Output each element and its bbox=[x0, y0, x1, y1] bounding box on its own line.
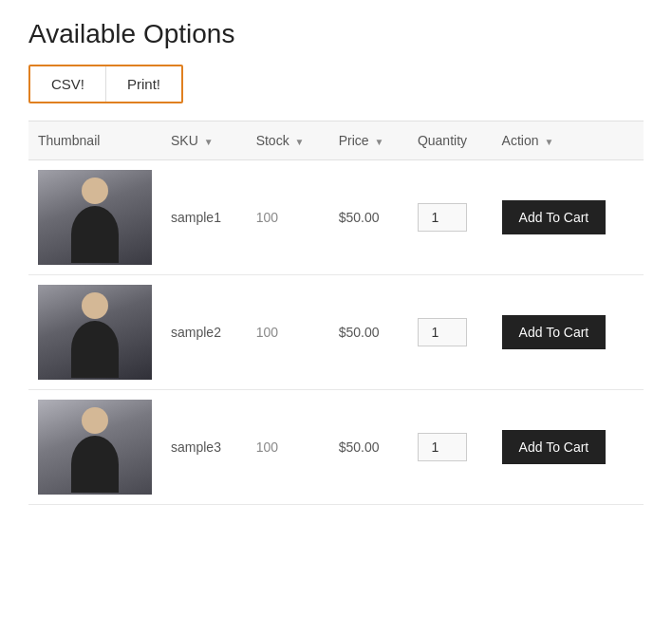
add-to-cart-button[interactable]: Add To Cart bbox=[502, 200, 607, 234]
product-thumbnail bbox=[38, 285, 152, 380]
price-cell: $50.00 bbox=[329, 275, 408, 390]
price-cell: $50.00 bbox=[329, 390, 408, 505]
add-to-cart-button[interactable]: Add To Cart bbox=[502, 430, 607, 464]
col-action[interactable]: Action ▼ bbox=[493, 122, 644, 160]
stock-cell: 100 bbox=[247, 160, 329, 275]
action-cell: Add To Cart bbox=[493, 275, 644, 390]
page-title: Available Options bbox=[28, 19, 644, 49]
col-quantity: Quantity bbox=[408, 122, 493, 160]
quantity-cell[interactable] bbox=[408, 390, 493, 505]
table-row: sample3100$50.00Add To Cart bbox=[28, 390, 644, 505]
quantity-cell[interactable] bbox=[408, 275, 493, 390]
thumbnail-cell bbox=[28, 275, 161, 390]
thumbnail-cell bbox=[28, 390, 161, 505]
product-thumbnail bbox=[38, 400, 152, 495]
table-row: sample2100$50.00Add To Cart bbox=[28, 275, 644, 390]
thumbnail-cell bbox=[28, 160, 161, 275]
col-stock[interactable]: Stock ▼ bbox=[247, 122, 329, 160]
product-thumbnail bbox=[38, 170, 152, 265]
quantity-input[interactable] bbox=[418, 203, 467, 232]
sku-sort-icon: ▼ bbox=[204, 137, 214, 147]
quantity-input[interactable] bbox=[418, 318, 467, 346]
csv-button[interactable]: CSV! bbox=[30, 66, 106, 102]
col-sku[interactable]: SKU ▼ bbox=[161, 122, 247, 160]
action-cell: Add To Cart bbox=[493, 160, 644, 275]
print-button[interactable]: Print! bbox=[106, 66, 181, 102]
stock-cell: 100 bbox=[247, 275, 329, 390]
sku-cell: sample3 bbox=[161, 390, 247, 505]
table-row: sample1100$50.00Add To Cart bbox=[28, 160, 644, 275]
sku-cell: sample2 bbox=[161, 275, 247, 390]
action-cell: Add To Cart bbox=[493, 390, 644, 505]
stock-sort-icon: ▼ bbox=[295, 137, 305, 147]
quantity-cell[interactable] bbox=[408, 160, 493, 275]
col-price[interactable]: Price ▼ bbox=[329, 122, 408, 160]
table-header-row: Thumbnail SKU ▼ Stock ▼ Price ▼ Quantity… bbox=[28, 122, 644, 160]
col-thumbnail: Thumbnail bbox=[28, 122, 161, 160]
price-cell: $50.00 bbox=[329, 160, 408, 275]
stock-cell: 100 bbox=[247, 390, 329, 505]
toolbar: CSV! Print! bbox=[28, 65, 183, 103]
price-sort-icon: ▼ bbox=[374, 137, 383, 147]
action-sort-icon: ▼ bbox=[544, 137, 553, 147]
quantity-input[interactable] bbox=[418, 433, 467, 461]
add-to-cart-button[interactable]: Add To Cart bbox=[502, 315, 607, 349]
sku-cell: sample1 bbox=[161, 160, 247, 275]
products-table: Thumbnail SKU ▼ Stock ▼ Price ▼ Quantity… bbox=[28, 121, 644, 505]
